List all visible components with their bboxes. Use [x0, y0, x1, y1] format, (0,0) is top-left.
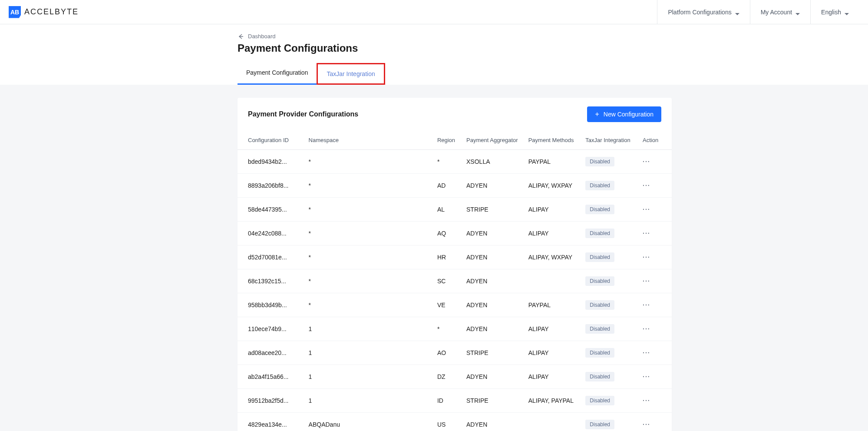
table-row: 04e242c088... * AQ ADYEN ALIPAY Disabled… [238, 222, 672, 245]
more-icon[interactable]: ··· [643, 206, 650, 213]
cell-taxjar: Disabled [581, 365, 638, 389]
cell-config-id: 58de447395... [238, 198, 304, 222]
breadcrumb[interactable]: Dashboard [238, 33, 672, 40]
cell-region: DZ [433, 365, 462, 389]
cell-config-id: 4829ea134e... [238, 413, 304, 431]
cell-action: ··· [638, 222, 672, 245]
cell-region: AO [433, 341, 462, 365]
nav-my-account[interactable]: My Account [750, 0, 810, 24]
cell-config-id: 958bb3d49b... [238, 293, 304, 317]
more-icon[interactable]: ··· [643, 302, 650, 308]
cell-taxjar: Disabled [581, 198, 638, 222]
nav-language[interactable]: English [810, 0, 859, 24]
table-row: ab2a4f15a66... 1 DZ ADYEN ALIPAY Disable… [238, 365, 672, 389]
breadcrumb-label: Dashboard [248, 33, 276, 40]
more-icon[interactable]: ··· [643, 325, 650, 332]
logo-text: ACCELBYTE [24, 7, 79, 17]
new-configuration-button[interactable]: + New Configuration [587, 106, 661, 122]
cell-namespace: * [304, 222, 433, 245]
cell-region: * [433, 150, 462, 174]
plus-icon: + [595, 111, 599, 118]
cell-action: ··· [638, 174, 672, 198]
cell-taxjar: Disabled [581, 174, 638, 198]
cell-methods: ALIPAY [524, 365, 581, 389]
cell-namespace: * [304, 150, 433, 174]
cell-config-id: bded9434b2... [238, 150, 304, 174]
header-nav: Platform Configurations My Account Engli… [657, 0, 859, 24]
table-row: 110ece74b9... 1 * ADYEN ALIPAY Disabled … [238, 317, 672, 341]
logo[interactable]: AB ACCELBYTE [9, 6, 79, 18]
cell-aggregator: ADYEN [462, 293, 524, 317]
cell-action: ··· [638, 317, 672, 341]
card-header: Payment Provider Configurations + New Co… [238, 98, 672, 131]
more-icon[interactable]: ··· [643, 421, 650, 428]
more-icon[interactable]: ··· [643, 254, 650, 261]
table-row: 4829ea134e... ABQADanu US ADYEN Disabled… [238, 413, 672, 431]
status-badge: Disabled [585, 420, 614, 429]
cell-namespace: * [304, 293, 433, 317]
cell-action: ··· [638, 269, 672, 293]
more-icon[interactable]: ··· [643, 373, 650, 380]
status-badge: Disabled [585, 396, 614, 405]
cell-namespace: 1 [304, 341, 433, 365]
card-title: Payment Provider Configurations [248, 110, 358, 118]
more-icon[interactable]: ··· [643, 230, 650, 237]
cell-action: ··· [638, 293, 672, 317]
cell-region: AL [433, 198, 462, 222]
cell-namespace: 1 [304, 365, 433, 389]
nav-platform-configurations[interactable]: Platform Configurations [657, 0, 749, 24]
cell-action: ··· [638, 365, 672, 389]
header-namespace: Namespace [304, 131, 433, 150]
header-methods: Payment Methods [524, 131, 581, 150]
cell-methods [524, 413, 581, 431]
cell-namespace: * [304, 245, 433, 269]
main: Payment Provider Configurations + New Co… [0, 85, 868, 431]
cell-namespace: 1 [304, 317, 433, 341]
page-title: Payment Configurations [238, 42, 672, 54]
cell-action: ··· [638, 198, 672, 222]
header-taxjar: TaxJar Integration [581, 131, 638, 150]
cell-taxjar: Disabled [581, 317, 638, 341]
cell-taxjar: Disabled [581, 341, 638, 365]
cell-region: HR [433, 245, 462, 269]
table-row: 8893a206bf8... * AD ADYEN ALIPAY, WXPAY … [238, 174, 672, 198]
cell-action: ··· [638, 413, 672, 431]
nav-label: Platform Configurations [668, 9, 731, 16]
more-icon[interactable]: ··· [643, 278, 650, 285]
status-badge: Disabled [585, 181, 614, 190]
card-payment-provider-configurations: Payment Provider Configurations + New Co… [238, 98, 672, 431]
cell-taxjar: Disabled [581, 413, 638, 431]
cell-taxjar: Disabled [581, 150, 638, 174]
chevron-down-icon [735, 10, 739, 14]
cell-methods [524, 269, 581, 293]
tab-taxjar-integration[interactable]: TaxJar Integration [317, 63, 385, 85]
more-icon[interactable]: ··· [643, 182, 650, 189]
button-label: New Configuration [604, 111, 653, 118]
cell-region: AQ [433, 222, 462, 245]
header-region: Region [433, 131, 462, 150]
cell-namespace: * [304, 198, 433, 222]
cell-config-id: 8893a206bf8... [238, 174, 304, 198]
more-icon[interactable]: ··· [643, 349, 650, 356]
status-badge: Disabled [585, 205, 614, 214]
chevron-down-icon [845, 10, 849, 14]
more-icon[interactable]: ··· [643, 397, 650, 404]
table-row: 68c1392c15... * SC ADYEN Disabled ··· [238, 269, 672, 293]
cell-config-id: 99512ba2f5d... [238, 389, 304, 413]
cell-taxjar: Disabled [581, 269, 638, 293]
table-row: 58de447395... * AL STRIPE ALIPAY Disable… [238, 198, 672, 222]
cell-methods: ALIPAY, PAYPAL [524, 389, 581, 413]
cell-aggregator: ADYEN [462, 365, 524, 389]
cell-namespace: * [304, 174, 433, 198]
cell-taxjar: Disabled [581, 293, 638, 317]
cell-methods: ALIPAY [524, 341, 581, 365]
tab-payment-configuration[interactable]: Payment Configuration [238, 63, 317, 85]
cell-config-id: ab2a4f15a66... [238, 365, 304, 389]
nav-label: English [821, 9, 841, 16]
tabs: Payment Configuration TaxJar Integration [238, 63, 672, 85]
status-badge: Disabled [585, 157, 614, 166]
cell-aggregator: ADYEN [462, 269, 524, 293]
more-icon[interactable]: ··· [643, 158, 650, 165]
cell-action: ··· [638, 150, 672, 174]
cell-region: AD [433, 174, 462, 198]
